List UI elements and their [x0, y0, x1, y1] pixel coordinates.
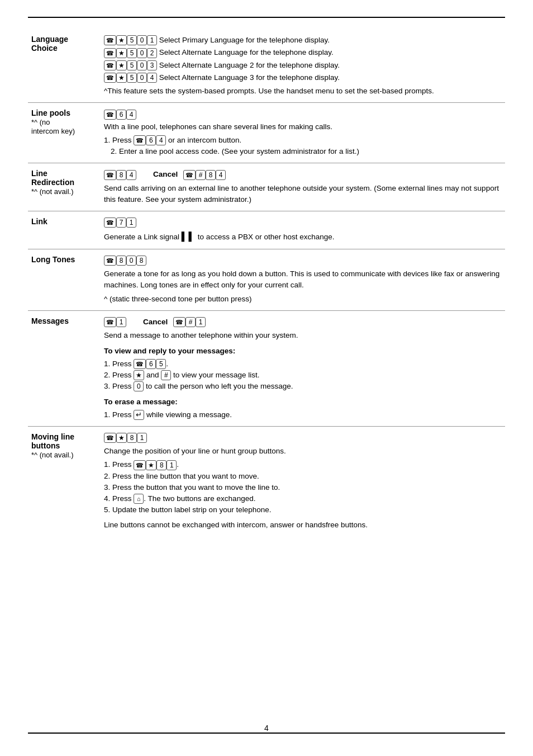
phone-key — [104, 60, 116, 70]
key-4: 4 — [156, 135, 166, 145]
key-group: 64 — [104, 110, 136, 120]
key-8: 8 — [206, 170, 216, 180]
line-redirection-keys: 84 Cancel #84 — [104, 169, 502, 180]
line-pools-step2: 2. Enter a line pool access code. (See y… — [111, 146, 502, 157]
key-group: ★502 — [104, 48, 157, 58]
hash-key: # — [185, 317, 196, 327]
section-label-long-tones: Long Tones — [28, 249, 101, 310]
star-key: ★ — [116, 48, 127, 58]
table-row: LanguageChoice ★501 Select Primary Langu… — [28, 29, 505, 103]
moving-line-step3: 3. Press the button that you want to mov… — [104, 482, 502, 493]
page-number: 4 — [28, 724, 505, 733]
phone-key — [104, 433, 116, 443]
phone-key — [104, 170, 116, 180]
key-5: 5 — [127, 35, 137, 45]
messages-keys: 1 Cancel #1 — [104, 316, 502, 328]
return-key — [134, 410, 144, 420]
star-key: ★ — [116, 35, 127, 45]
messages-view-header: To view and reply to your messages: — [104, 346, 502, 357]
table-row: Link 71 Generate a Link signal ▌▌ to acc… — [28, 211, 505, 249]
table-row: Moving linebuttons *^ (not avail.) ★81 C… — [28, 426, 505, 536]
key-5: 5 — [127, 73, 137, 83]
key-8b: 8 — [136, 256, 146, 266]
long-tones-note: ^ (static three-second tone per button p… — [104, 294, 502, 305]
moving-line-keys: ★81 — [104, 432, 502, 443]
table-row: Messages 1 Cancel #1 Sen — [28, 310, 505, 426]
key-group: ★503 — [104, 60, 157, 70]
moving-line-desc: Change the position of your line or hunt… — [104, 446, 502, 457]
section-label-moving-line-buttons: Moving linebuttons *^ (not avail.) — [28, 426, 101, 536]
phone-key — [173, 317, 185, 327]
line-pools-keys: 64 — [104, 108, 502, 120]
section-label-line-pools: Line pools *^ (nointercom key) — [28, 103, 101, 163]
messages-erase-header: To erase a message: — [104, 396, 502, 408]
bottom-rule: 4 — [28, 714, 505, 734]
phone-key — [134, 359, 146, 369]
key-8: 8 — [116, 256, 126, 266]
hash-key: # — [196, 170, 206, 180]
section-content-messages: 1 Cancel #1 Send a message to another te… — [101, 310, 505, 426]
key-6: 6 — [146, 359, 156, 369]
key-6: 6 — [116, 110, 126, 120]
phone-key — [104, 48, 116, 58]
section-label-language-choice: LanguageChoice — [28, 29, 101, 103]
key-group: 1 — [104, 317, 126, 327]
key-group: 84 — [104, 170, 136, 180]
messages-view-step2: 2. Press ★ and # to view your message li… — [104, 370, 502, 381]
messages-erase-step1: 1. Press while viewing a message. — [104, 409, 502, 420]
star-key: ★ — [116, 60, 127, 70]
section-content-line-redirection: 84 Cancel #84 Send calls arriving on an … — [101, 163, 505, 211]
key-1: 1 — [196, 317, 206, 327]
key-0: 0 — [137, 60, 147, 70]
table-row: Line pools *^ (nointercom key) 64 With a… — [28, 103, 505, 163]
phone-key — [183, 170, 196, 180]
moving-line-step5: 5. Update the button label strip on your… — [104, 504, 502, 516]
section-content-link: 71 Generate a Link signal ▌▌ to access a… — [101, 211, 505, 249]
key-5: 5 — [127, 48, 137, 58]
key-1: 1 — [147, 35, 157, 45]
key-6: 6 — [146, 135, 156, 145]
key-0: 0 — [137, 73, 147, 83]
key-8: 8 — [127, 433, 137, 443]
key-1: 1 — [137, 433, 147, 443]
moving-line-step2: 2. Press the line button that you want t… — [104, 471, 502, 482]
hash-key: # — [161, 370, 171, 380]
moving-line-step1: 1. Press ★81. — [104, 459, 502, 470]
key-group: 808 — [104, 256, 146, 266]
section-label-link: Link — [28, 211, 101, 249]
section-content-long-tones: 808 Generate a tone for as long as you h… — [101, 249, 505, 310]
top-rule — [28, 17, 505, 18]
page: LanguageChoice ★501 Select Primary Langu… — [0, 0, 533, 756]
key-group: ★504 — [104, 73, 157, 83]
table-row: LineRedirection *^ (not avail.) 84 Cance… — [28, 163, 505, 211]
phone-key — [104, 73, 116, 83]
language-note: ^This feature sets the system-based prom… — [104, 86, 502, 97]
key-7: 7 — [116, 218, 126, 228]
section-content-line-pools: 64 With a line pool, telephones can shar… — [101, 103, 505, 163]
key-2: 2 — [147, 48, 157, 58]
moving-line-footer: Line buttons cannot be exchanged with in… — [104, 519, 502, 531]
phone-key — [134, 460, 146, 470]
key-5: 5 — [127, 60, 137, 70]
key-8: 8 — [116, 170, 126, 180]
key-4: 4 — [147, 73, 157, 83]
language-row-2: ★502 Select Alternate Language for the t… — [104, 47, 502, 58]
line-pools-step1: 1. Press 64 or an intercom button. — [104, 135, 502, 146]
messages-desc: Send a message to another telephone with… — [104, 330, 502, 341]
feature-key: ⌂ — [134, 494, 144, 504]
table-row: Long Tones 808 Generate a tone for as lo… — [28, 249, 505, 310]
phone-key — [104, 110, 116, 120]
phone-key — [104, 35, 116, 45]
language-row-3: ★503 Select Alternate Language 2 for the… — [104, 60, 502, 71]
cancel-key-group: #84 — [183, 170, 226, 180]
key-0: 0 — [134, 381, 144, 391]
star-key: ★ — [134, 370, 144, 380]
phone-key — [134, 135, 146, 145]
section-label-line-redirection: LineRedirection *^ (not avail.) — [28, 163, 101, 211]
link-desc: Generate a Link signal ▌▌ to access a PB… — [104, 230, 502, 243]
star-key: ★ — [146, 460, 156, 470]
main-table: LanguageChoice ★501 Select Primary Langu… — [28, 29, 505, 536]
section-label-messages: Messages — [28, 310, 101, 426]
key-1: 1 — [116, 317, 126, 327]
key-4: 4 — [126, 170, 136, 180]
